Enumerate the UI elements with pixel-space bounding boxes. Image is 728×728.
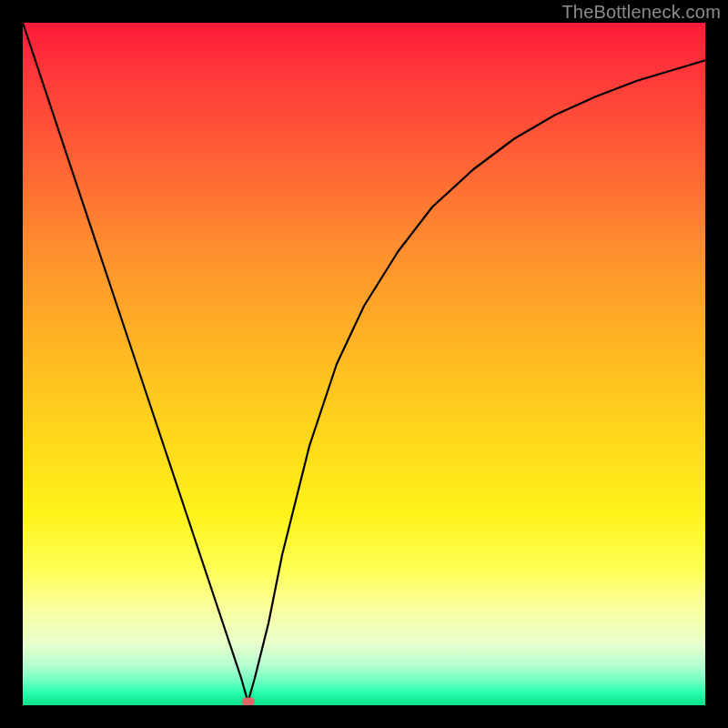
plot-area bbox=[23, 23, 705, 705]
watermark: TheBottleneck.com bbox=[561, 2, 721, 23]
chart-frame: TheBottleneck.com bbox=[0, 0, 728, 728]
curve-svg bbox=[23, 23, 705, 705]
bottleneck-curve bbox=[23, 23, 705, 702]
dip-marker bbox=[242, 698, 255, 705]
